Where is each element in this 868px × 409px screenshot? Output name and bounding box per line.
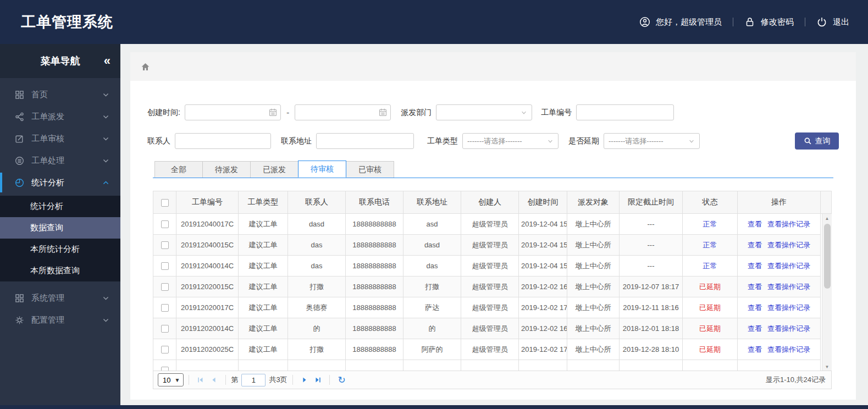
- view-link[interactable]: 查看: [748, 283, 762, 291]
- calendar-icon[interactable]: [268, 108, 278, 117]
- sidebar-item-label: 工单处理: [31, 156, 102, 166]
- view-log-link[interactable]: 查看操作记录: [767, 324, 810, 333]
- last-page-button[interactable]: [311, 373, 324, 386]
- sidebar-subitem-本所数据查询[interactable]: 本所数据查询: [0, 260, 120, 281]
- row-checkbox[interactable]: [161, 262, 169, 270]
- cell-phone: 18888888888: [346, 339, 403, 360]
- cell-dispatch-target: 墩上中心所: [567, 235, 620, 256]
- row-checkbox[interactable]: [161, 241, 169, 249]
- scroll-up-icon[interactable]: ▲: [822, 214, 832, 223]
- cell-status: 已延期: [683, 297, 738, 318]
- home-icon[interactable]: [140, 62, 151, 72]
- cell-create-time: 2019-12-02 17: [519, 339, 567, 360]
- prev-page-button[interactable]: [207, 373, 220, 386]
- view-link[interactable]: 查看: [748, 220, 762, 228]
- view-log-link[interactable]: 查看操作记录: [767, 220, 810, 228]
- change-password-button[interactable]: 修改密码: [744, 16, 794, 27]
- current-page-input[interactable]: [241, 374, 266, 386]
- cell-phone: 18888888888: [346, 277, 403, 297]
- total-pages-label: 共3页: [269, 375, 287, 385]
- view-log-link[interactable]: 查看操作记录: [767, 262, 810, 270]
- cell-actions: 查看查看操作记录: [738, 318, 821, 339]
- cell-phone: 18888888888: [346, 235, 403, 256]
- tab-已派发[interactable]: 已派发: [250, 161, 298, 178]
- search-button[interactable]: 查询: [795, 132, 839, 150]
- delay-value: -------请选择-------: [609, 136, 664, 146]
- cell-creator: 超级管理员: [461, 214, 519, 235]
- table-row: 201912020015C建议工单打撒18888888888打撒超级管理员201…: [153, 277, 821, 297]
- status-badge: 已延期: [699, 324, 721, 333]
- row-checkbox[interactable]: [161, 304, 169, 312]
- sidebar-collapse-icon[interactable]: «: [104, 55, 109, 67]
- cell-actions: 查看查看操作记录: [738, 339, 821, 360]
- contact-input[interactable]: [175, 133, 271, 149]
- sidebar-subitem-数据查询[interactable]: 数据查询: [0, 217, 120, 239]
- tab-全部[interactable]: 全部: [154, 161, 203, 178]
- view-log-link[interactable]: 查看操作记录: [767, 241, 810, 249]
- column-header-创建人: 创建人: [461, 191, 519, 214]
- tab-待派发[interactable]: 待派发: [202, 161, 251, 178]
- sidebar-item-工单审核[interactable]: 工单审核: [0, 128, 120, 150]
- row-checkbox-cell: [153, 277, 176, 297]
- divider: [189, 375, 189, 385]
- view-link[interactable]: 查看: [748, 303, 762, 312]
- logout-button[interactable]: 退出: [816, 16, 849, 27]
- select-all-checkbox[interactable]: [161, 199, 169, 207]
- chevron-down-icon: [688, 138, 695, 145]
- dispatch-dept-select[interactable]: [436, 104, 532, 120]
- calendar-icon[interactable]: [378, 108, 388, 117]
- sidebar-subitem-统计分析[interactable]: 统计分析: [0, 196, 120, 217]
- row-checkbox[interactable]: [161, 220, 169, 228]
- chevron-down-icon: ▼: [174, 377, 180, 383]
- cell-address: 阿萨的: [403, 339, 461, 360]
- view-link[interactable]: 查看: [748, 345, 762, 353]
- scroll-down-icon[interactable]: ▼: [822, 362, 832, 371]
- view-link[interactable]: 查看: [748, 262, 762, 270]
- view-log-link[interactable]: 查看操作记录: [767, 283, 810, 291]
- row-checkbox-cell: [153, 235, 176, 256]
- dispatch-dept-label: 派发部门: [401, 108, 432, 118]
- cell-deadline: 2018-12-01 18:18: [620, 318, 683, 339]
- row-checkbox[interactable]: [161, 346, 169, 353]
- cell-phone: 18888888888: [346, 297, 403, 318]
- vertical-scrollbar[interactable]: ▲ ▼: [822, 214, 832, 371]
- sidebar-item-系统管理[interactable]: 系统管理: [0, 287, 120, 309]
- order-no-input[interactable]: [576, 104, 674, 120]
- first-page-button[interactable]: [194, 373, 207, 386]
- user-greeting[interactable]: 您好，超级管理员: [639, 16, 722, 27]
- cell-address: asd: [403, 214, 461, 235]
- sidebar-item-label: 首页: [31, 90, 102, 100]
- view-link[interactable]: 查看: [748, 241, 762, 249]
- row-checkbox[interactable]: [161, 325, 169, 333]
- cell-status: 已延期: [683, 318, 738, 339]
- sidebar-item-统计分析[interactable]: 统计分析: [0, 172, 120, 194]
- chevron-down-icon: [102, 135, 109, 142]
- view-log-link[interactable]: 查看操作记录: [767, 345, 810, 353]
- scrollbar-thumb[interactable]: [824, 224, 831, 289]
- cell-empty: [683, 360, 738, 372]
- sidebar-item-配置管理[interactable]: 配置管理: [0, 309, 120, 331]
- tab-已审核[interactable]: 已审核: [346, 161, 394, 178]
- delay-select[interactable]: -------请选择-------: [604, 133, 700, 149]
- sidebar-item-工单处理[interactable]: 工单处理: [0, 150, 120, 172]
- status-badge: 已延期: [699, 345, 721, 353]
- sidebar-item-首页[interactable]: 首页: [0, 84, 120, 106]
- view-log-link[interactable]: 查看操作记录: [767, 303, 810, 312]
- page-size-select[interactable]: 10 ▼: [158, 373, 184, 386]
- refresh-icon[interactable]: ↻: [338, 375, 346, 385]
- create-time-start-input[interactable]: [185, 104, 281, 120]
- status-badge: 正常: [703, 262, 717, 270]
- sidebar-subitem-本所统计分析[interactable]: 本所统计分析: [0, 239, 120, 260]
- order-type-select[interactable]: -------请选择-------: [462, 133, 559, 149]
- row-checkbox[interactable]: [161, 283, 169, 291]
- create-time-end-input[interactable]: [295, 104, 391, 120]
- delay-label: 是否延期: [568, 136, 599, 146]
- address-input[interactable]: [316, 133, 414, 149]
- cell-deadline: 2019-12-11 18:16: [620, 297, 683, 318]
- view-link[interactable]: 查看: [748, 324, 762, 333]
- next-page-button[interactable]: [298, 373, 311, 386]
- order-type-label: 工单类型: [427, 136, 458, 146]
- tab-待审核[interactable]: 待审核: [298, 161, 346, 178]
- sidebar-item-工单派发[interactable]: 工单派发: [0, 106, 120, 128]
- cell-contact: 打撒: [288, 339, 346, 360]
